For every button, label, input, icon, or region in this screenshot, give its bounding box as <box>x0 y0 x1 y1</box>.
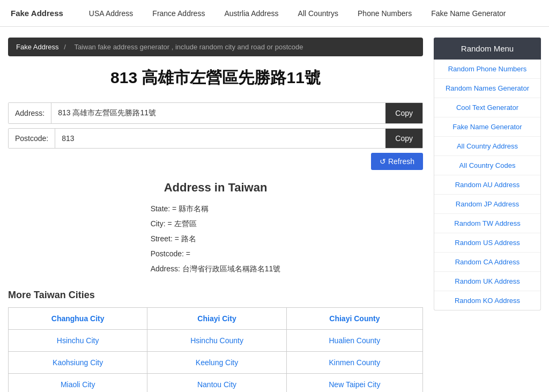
sidebar-menu-link[interactable]: Fake Name Generator <box>434 117 540 137</box>
table-row: Kaohsiung CityKeelung CityKinmen County <box>9 352 423 374</box>
copy-postcode-button[interactable]: Copy <box>385 129 422 148</box>
nav-link-phone-numbers[interactable]: Phone Numbers <box>348 0 421 27</box>
address-detail-row: Address: 台灣省行政區域名稱路名11號 <box>151 261 281 276</box>
city-link[interactable]: Miaoli City <box>61 380 95 389</box>
copy-address-button[interactable]: Copy <box>385 103 422 123</box>
breadcrumb-separator: / <box>64 43 66 51</box>
city-link[interactable]: Changhua City <box>51 314 105 323</box>
address-detail-row: City: = 左營區 <box>151 216 281 231</box>
postcode-field-row: Postcode: 813 Copy <box>8 128 423 149</box>
sidebar-menu: Random Phone NumbersRandom Names Generat… <box>434 60 541 310</box>
city-link[interactable]: Keelung City <box>196 358 238 367</box>
address-detail-row: Street: = 路名 <box>151 231 281 246</box>
sidebar-menu-link[interactable]: Random UK Address <box>434 272 540 291</box>
more-cities-title: More Taiwan Cities <box>8 290 423 301</box>
breadcrumb-current: Taiwan fake address generator , include … <box>74 43 303 51</box>
table-row: Changhua CityChiayi CityChiayi County <box>9 308 423 330</box>
sidebar: Random Menu Random Phone NumbersRandom N… <box>434 38 541 392</box>
sidebar-menu-link[interactable]: Random CA Address <box>434 253 540 272</box>
cities-table: Changhua CityChiayi CityChiayi CountyHsi… <box>8 307 423 392</box>
city-link[interactable]: Hualien County <box>329 336 381 345</box>
refresh-button[interactable]: ↺ Refresh <box>371 153 423 170</box>
address-field-row: Address: 813 高雄市左營區先勝路11號 Copy <box>8 102 423 124</box>
table-row: Miaoli CityNantou CityNew Taipei City <box>9 374 423 393</box>
navbar: Fake Address USA AddressFrance AddressAu… <box>0 0 549 27</box>
address-section-title: Address in Taiwan <box>8 181 423 195</box>
nav-links: USA AddressFrance AddressAustrlia Addres… <box>79 0 516 27</box>
sidebar-menu-link[interactable]: Random TW Address <box>434 214 540 233</box>
refresh-row: ↺ Refresh <box>8 153 423 170</box>
nav-link-usa-address[interactable]: USA Address <box>79 0 143 27</box>
address-label: Address: <box>9 103 51 123</box>
sidebar-menu-link[interactable]: All Country Codes <box>434 156 540 175</box>
postcode-label: Postcode: <box>9 129 55 148</box>
address-detail-row: Postcode: = <box>151 246 281 261</box>
city-link[interactable]: Kinmen County <box>329 358 381 367</box>
main-heading: 813 高雄市左營區先勝路11號 <box>8 67 423 89</box>
city-link[interactable]: New Taipei City <box>329 380 380 389</box>
sidebar-menu-link[interactable]: Random KO Address <box>434 291 540 310</box>
city-link[interactable]: Chiayi County <box>329 314 380 323</box>
sidebar-menu-link[interactable]: Random US Address <box>434 233 540 253</box>
sidebar-menu-link[interactable]: Random Phone Numbers <box>434 60 540 79</box>
city-link[interactable]: Chiayi City <box>197 314 236 323</box>
sidebar-menu-link[interactable]: Cool Text Generator <box>434 98 540 117</box>
nav-brand: Fake Address <box>11 9 63 18</box>
sidebar-menu-link[interactable]: Random Names Generator <box>434 79 540 98</box>
city-link[interactable]: Hsinchu County <box>190 336 243 345</box>
postcode-value: 813 <box>55 129 385 148</box>
sidebar-menu-title: Random Menu <box>434 38 541 60</box>
more-cities-section: More Taiwan Cities Changhua CityChiayi C… <box>8 290 423 392</box>
city-link[interactable]: Nantou City <box>197 380 236 389</box>
nav-link-fake-name-generator[interactable]: Fake Name Generator <box>421 0 515 27</box>
city-link[interactable]: Kaohsiung City <box>53 358 103 367</box>
table-row: Hsinchu CityHsinchu CountyHualien County <box>9 330 423 352</box>
main-content: Fake Address / Taiwan fake address gener… <box>8 38 423 392</box>
sidebar-menu-link[interactable]: Random JP Address <box>434 195 540 214</box>
city-link[interactable]: Hsinchu City <box>57 336 99 345</box>
breadcrumb: Fake Address / Taiwan fake address gener… <box>8 38 423 56</box>
address-section: Address in Taiwan State: = 縣市名稱City: = 左… <box>8 181 423 276</box>
sidebar-menu-link[interactable]: Random AU Address <box>434 175 540 195</box>
nav-link-all-countrys[interactable]: All Countrys <box>288 0 348 27</box>
nav-link-france-address[interactable]: France Address <box>143 0 214 27</box>
nav-link-austrlia-address[interactable]: Austrlia Address <box>214 0 288 27</box>
sidebar-menu-link[interactable]: All Country Address <box>434 137 540 156</box>
address-details: State: = 縣市名稱City: = 左營區Street: = 路名Post… <box>151 201 281 276</box>
breadcrumb-home[interactable]: Fake Address <box>16 43 59 51</box>
address-value: 813 高雄市左營區先勝路11號 <box>51 103 385 123</box>
address-detail-row: State: = 縣市名稱 <box>151 201 281 216</box>
